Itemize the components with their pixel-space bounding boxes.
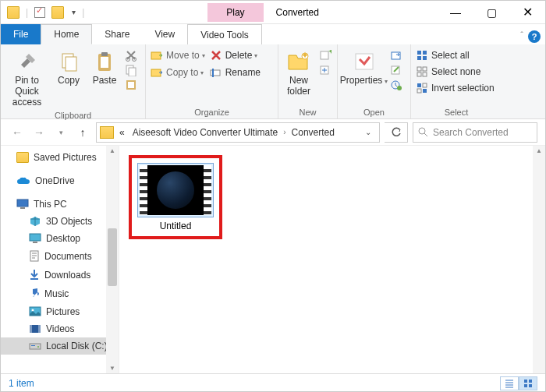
ribbon-collapse-icon[interactable]: ˆ	[520, 30, 523, 40]
scroll-up-icon[interactable]: ▲	[536, 147, 542, 154]
sidebar-item-downloads[interactable]: Downloads	[1, 266, 119, 284]
qat-customize-icon[interactable]: ▾	[72, 8, 76, 16]
paste-icon	[92, 49, 117, 74]
group-label-open: Open	[342, 106, 406, 117]
chevron-right-icon[interactable]: ›	[283, 128, 285, 136]
copy-to-button[interactable]: Copy to▾	[151, 66, 205, 79]
sidebar-item-local-disk-c[interactable]: Local Disk (C:)	[1, 337, 119, 355]
svg-rect-35	[417, 89, 421, 93]
maximize-button[interactable]: ▢	[473, 1, 509, 24]
copy-button[interactable]: Copy	[53, 48, 84, 88]
title-bar: | ▾ | Play Converted — ▢ ✕	[1, 1, 545, 24]
tab-home[interactable]: Home	[41, 24, 92, 44]
svg-rect-43	[30, 278, 38, 280]
file-name-label[interactable]: Untitled	[160, 221, 192, 231]
cut-icon[interactable]	[125, 49, 137, 62]
content-pane[interactable]: Untitled ▲	[119, 146, 545, 373]
select-none-button[interactable]: Select none	[416, 65, 495, 78]
sidebar-item-documents[interactable]: Documents	[1, 247, 119, 266]
sidebar-item-videos[interactable]: Videos	[1, 320, 119, 337]
svg-rect-40	[30, 234, 41, 241]
nav-back-button[interactable]: ←	[9, 124, 26, 141]
delete-icon	[210, 49, 222, 62]
svg-text:✦: ✦	[301, 51, 309, 61]
help-icon[interactable]: ?	[528, 30, 541, 43]
move-to-button[interactable]: Move to▾	[151, 49, 205, 62]
status-bar: 1 item	[1, 373, 545, 392]
sidebar-item-music[interactable]: Music	[1, 284, 119, 303]
svg-rect-4	[101, 52, 108, 56]
sidebar-item-saved-pictures[interactable]: Saved Pictures	[1, 149, 119, 166]
svg-rect-30	[423, 67, 427, 71]
file-selection[interactable]	[137, 163, 214, 217]
refresh-button[interactable]	[385, 122, 408, 143]
scroll-down-icon[interactable]: ▼	[109, 365, 115, 372]
sidebar-item-3d-objects[interactable]: 3D Objects	[1, 213, 119, 230]
sidebar-item-pictures[interactable]: Pictures	[1, 303, 119, 320]
history-icon[interactable]	[390, 79, 402, 91]
rename-button[interactable]: Rename	[210, 66, 261, 79]
copy-path-icon[interactable]	[125, 64, 137, 76]
content-scrollbar[interactable]: ▲	[533, 146, 545, 373]
tab-share[interactable]: Share	[92, 24, 142, 44]
downloads-icon	[29, 269, 40, 281]
group-label-clipboard: Clipboard	[5, 109, 140, 120]
address-dropdown-icon[interactable]: ⌄	[360, 128, 376, 136]
qat-divider: |	[26, 7, 28, 18]
breadcrumb-segment[interactable]: Aiseesoft Video Converter Ultimate	[130, 127, 281, 138]
ribbon-tabs: File Home Share View Video Tools	[1, 24, 545, 44]
breadcrumb-segment[interactable]: Converted	[289, 127, 337, 138]
select-none-icon	[416, 65, 428, 78]
thumbnails-view-button[interactable]	[519, 376, 537, 390]
qat-properties-icon[interactable]	[34, 7, 45, 18]
details-view-button[interactable]	[500, 376, 519, 390]
nav-recent-dropdown[interactable]: ▾	[52, 124, 69, 141]
tab-video-tools[interactable]: Video Tools	[187, 24, 262, 44]
search-input[interactable]: Search Converted	[413, 122, 537, 143]
search-icon	[418, 127, 428, 137]
svg-rect-3	[101, 57, 108, 68]
group-label-organize: Organize	[151, 106, 273, 117]
minimize-button[interactable]: —	[438, 1, 473, 24]
navigation-bar: ← → ▾ ↑ « Aiseesoft Video Converter Ulti…	[1, 119, 545, 146]
tab-view[interactable]: View	[142, 24, 187, 44]
invert-selection-button[interactable]: Invert selection	[416, 82, 495, 94]
paste-button[interactable]: Paste	[89, 48, 120, 88]
scroll-up-icon[interactable]: ▲	[109, 147, 115, 154]
nav-forward-button[interactable]: →	[30, 124, 48, 141]
move-to-icon	[151, 49, 163, 62]
sidebar-item-this-pc[interactable]: This PC	[1, 196, 119, 213]
address-bar[interactable]: « Aiseesoft Video Converter Ultimate › C…	[96, 122, 380, 143]
sidebar-item-onedrive[interactable]: OneDrive	[1, 172, 119, 189]
svg-rect-14	[212, 69, 214, 77]
new-folder-button[interactable]: ✦ New folder	[283, 48, 314, 99]
paste-shortcut-icon[interactable]	[125, 79, 137, 91]
pin-to-quick-access-button[interactable]: Pin to Quick access	[5, 48, 48, 109]
drive-icon	[29, 341, 41, 351]
address-prefix: «	[117, 127, 127, 138]
group-label-select: Select	[416, 106, 497, 117]
svg-rect-49	[30, 344, 41, 349]
scrollbar-thumb[interactable]	[108, 228, 117, 286]
3d-objects-icon	[29, 216, 41, 227]
open-icon[interactable]	[390, 49, 402, 62]
app-folder-icon	[7, 6, 20, 19]
delete-button[interactable]: Delete▾	[210, 49, 261, 62]
svg-rect-55	[529, 384, 532, 387]
status-item-count: 1 item	[9, 378, 34, 389]
svg-rect-54	[524, 384, 527, 387]
properties-button[interactable]: Properties▾	[342, 48, 385, 88]
sidebar-item-desktop[interactable]: Desktop	[1, 230, 119, 247]
tab-file[interactable]: File	[1, 24, 41, 44]
music-icon	[29, 288, 40, 300]
qat-folder-icon[interactable]	[51, 6, 64, 19]
edit-icon[interactable]	[390, 64, 402, 76]
new-item-icon[interactable]: ✦	[319, 49, 332, 62]
close-button[interactable]: ✕	[509, 1, 545, 24]
qat-divider: |	[82, 7, 84, 18]
nav-up-button[interactable]: ↑	[74, 124, 91, 141]
svg-rect-21	[392, 52, 400, 59]
easy-access-icon[interactable]	[319, 64, 332, 76]
select-all-button[interactable]: Select all	[416, 49, 495, 62]
copy-icon	[56, 49, 81, 74]
